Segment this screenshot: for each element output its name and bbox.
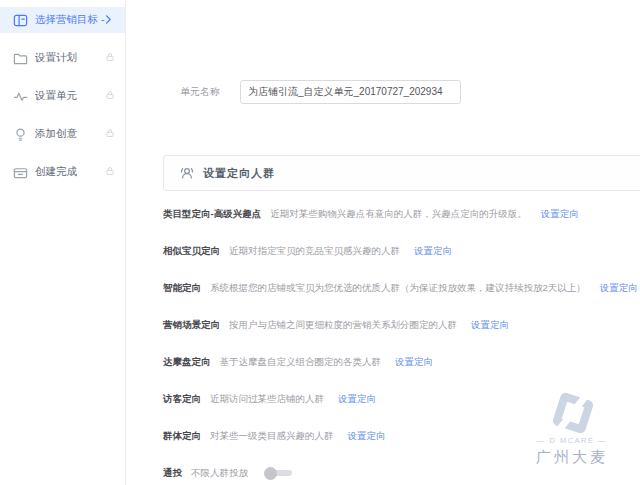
lock-icon [105, 166, 115, 178]
pulse-icon [13, 89, 28, 104]
folder-icon [13, 51, 28, 66]
lock-icon [105, 128, 115, 140]
targeting-row-group: 群体定向 对某些一级类目感兴趣的人群 设置定向 [163, 425, 640, 447]
unit-name-input[interactable] [240, 80, 461, 104]
targeting-row-marketing-scene: 营销场景定向 按用户与店铺之间更细粒度的营销关系划分圈定的人群 设置定向 [163, 314, 640, 336]
sidebar-item-label: 设置单元 [35, 89, 105, 103]
setup-targeting-link[interactable]: 设置定向 [348, 430, 386, 443]
bulb-icon [13, 127, 28, 142]
setup-targeting-link[interactable]: 设置定向 [600, 282, 638, 295]
sidebar-item-label: 选择营销目标 - 全店 [35, 13, 105, 27]
sidebar-item-label: 创建完成 [35, 165, 105, 179]
row-label: 智能定向 [163, 282, 201, 295]
setup-targeting-link[interactable]: 设置定向 [541, 208, 579, 221]
targeting-row-run-of-network: 通投 不限人群投放 [163, 462, 640, 484]
sidebar-item-create-complete[interactable]: 创建完成 [0, 159, 125, 185]
row-label: 群体定向 [163, 430, 201, 443]
toggle-knob [264, 467, 277, 480]
row-description: 对某些一级类目感兴趣的人群 [210, 430, 334, 443]
chevron-right-icon [105, 14, 115, 26]
main-content: 单元名称 设置定向人群 类目型定向-高级兴趣点 近期对某些购物兴趣点有意向的人群… [127, 0, 640, 485]
row-description: 系统根据您的店铺或宝贝为您优选的优质人群（为保证投放效果，建议持续投放2天以上） [210, 282, 586, 295]
targeting-row-similar-items: 相似宝贝定向 近期对指定宝贝的竞品宝贝感兴趣的人群 设置定向 [163, 240, 640, 262]
campaign-goal-icon [13, 13, 28, 28]
audience-icon [179, 165, 195, 181]
setup-targeting-link[interactable]: 设置定向 [338, 393, 376, 406]
row-description: 基于达摩盘自定义组合圈定的各类人群 [220, 356, 382, 369]
section-title: 设置定向人群 [203, 166, 275, 181]
row-label: 相似宝贝定向 [163, 245, 220, 258]
sidebar-item-add-creative[interactable]: 添加创意 [0, 121, 125, 147]
steps-sidebar: 选择营销目标 - 全店 设置计划 [0, 0, 126, 485]
create-ad-unit-page: 选择营销目标 - 全店 设置计划 [0, 0, 640, 485]
row-description: 按用户与店铺之间更细粒度的营销关系划分圈定的人群 [229, 319, 457, 332]
targeting-rows: 类目型定向-高级兴趣点 近期对某些购物兴趣点有意向的人群，兴趣点定向的升级版。 … [163, 203, 640, 485]
setup-targeting-link[interactable]: 设置定向 [414, 245, 452, 258]
row-label: 类目型定向-高级兴趣点 [163, 208, 261, 221]
targeting-section-header: 设置定向人群 [163, 155, 640, 191]
targeting-row-smart: 智能定向 系统根据您的店铺或宝贝为您优选的优质人群（为保证投放效果，建议持续投放… [163, 277, 640, 299]
row-description: 不限人群投放 [191, 467, 248, 480]
row-label: 营销场景定向 [163, 319, 220, 332]
lock-icon [105, 52, 115, 64]
archive-icon [13, 165, 28, 180]
sidebar-item-set-plan[interactable]: 设置计划 [0, 45, 125, 71]
sidebar-item-marketing-goal[interactable]: 选择营销目标 - 全店 [0, 7, 125, 33]
row-description: 近期对指定宝贝的竞品宝贝感兴趣的人群 [229, 245, 400, 258]
targeting-row-visitor: 访客定向 近期访问过某些店铺的人群 设置定向 [163, 388, 640, 410]
targeting-row-damopan: 达摩盘定向 基于达摩盘自定义组合圈定的各类人群 设置定向 [163, 351, 640, 373]
lock-icon [105, 90, 115, 102]
row-label: 访客定向 [163, 393, 201, 406]
row-description: 近期访问过某些店铺的人群 [210, 393, 324, 406]
sidebar-item-set-unit[interactable]: 设置单元 [0, 83, 125, 109]
row-label: 达摩盘定向 [163, 356, 211, 369]
sidebar-item-label: 设置计划 [35, 51, 105, 65]
row-description: 近期对某些购物兴趣点有意向的人群，兴趣点定向的升级版。 [270, 208, 527, 221]
targeting-row-category-interest: 类目型定向-高级兴趣点 近期对某些购物兴趣点有意向的人群，兴趣点定向的升级版。 … [163, 203, 640, 225]
unit-name-label: 单元名称 [180, 85, 220, 99]
sidebar-item-label: 添加创意 [35, 127, 105, 141]
setup-targeting-link[interactable]: 设置定向 [395, 356, 433, 369]
setup-targeting-link[interactable]: 设置定向 [471, 319, 509, 332]
unit-name-row: 单元名称 [180, 80, 461, 104]
row-label: 通投 [163, 467, 182, 480]
run-of-network-toggle[interactable] [264, 467, 294, 480]
